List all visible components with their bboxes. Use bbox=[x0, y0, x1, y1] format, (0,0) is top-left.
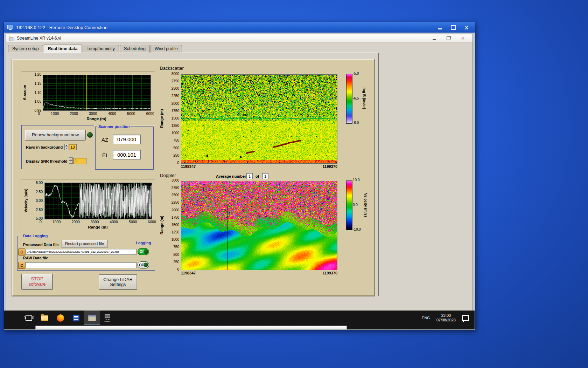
restart-processed-file-button[interactable]: Restart processed file bbox=[62, 240, 107, 248]
app-restore-icon[interactable] bbox=[447, 36, 450, 40]
tab-page-real-time-data: A-scope 1.201.151.101.050.99 01000200030… bbox=[7, 53, 379, 296]
snr-spinner[interactable]: ▲▼ bbox=[69, 157, 73, 164]
az-label: AZ bbox=[102, 137, 108, 143]
doppler-time-end: 1199370 bbox=[323, 271, 337, 275]
tick-label: 1000 bbox=[172, 238, 179, 241]
processed-logging-toggle[interactable]: ON bbox=[138, 248, 149, 255]
tab-scheduling[interactable]: Scheduling bbox=[120, 45, 150, 53]
renew-background-button[interactable]: Renew background now bbox=[25, 130, 86, 141]
backscatter-colorbar-ticks: -5.0-6.5-8.0 bbox=[353, 72, 362, 125]
spin-down-icon[interactable]: ▼ bbox=[64, 147, 68, 150]
tick-label: 0 bbox=[38, 111, 40, 116]
doppler-time-labels: 1198347 1199370 bbox=[181, 271, 337, 275]
tick-label: 2250 bbox=[172, 94, 179, 98]
scan-scheduler-button[interactable]: Scan Sched... bbox=[100, 311, 115, 325]
velocity-x-tick-labels: 0100020003000400050006000 bbox=[40, 220, 156, 224]
tick-label: 500 bbox=[173, 146, 179, 150]
tick-label: 2000 bbox=[172, 209, 179, 212]
tick-label: 5000 bbox=[127, 111, 135, 116]
average-number-field[interactable]: 1 bbox=[246, 173, 253, 179]
tick-label: 2000 bbox=[172, 102, 179, 105]
change-line2: Settings bbox=[110, 282, 126, 287]
raw-logging-toggle[interactable]: OFF bbox=[138, 261, 149, 268]
remote-desktop-icon bbox=[7, 25, 13, 30]
tick-label: -2.50 bbox=[35, 208, 43, 212]
rdp-minimize-button[interactable] bbox=[435, 24, 445, 31]
tab-system-setup[interactable]: System setup bbox=[8, 45, 43, 53]
raw-drive-box[interactable]: C bbox=[18, 262, 25, 269]
rdp-titlebar[interactable]: 192.168.0.122 - Remote Desktop Connectio… bbox=[4, 22, 475, 33]
tick-label: 0 bbox=[177, 161, 179, 165]
tick-label: 3000 bbox=[172, 72, 179, 76]
tab-wind-profile[interactable]: Wind profile bbox=[150, 45, 182, 53]
tick-label: 250 bbox=[173, 154, 179, 157]
tick-label: 3000 bbox=[89, 111, 97, 116]
change-lidar-settings-button[interactable]: Change LiDAR Settings bbox=[99, 274, 137, 290]
close-icon: X bbox=[465, 25, 468, 30]
doppler-colorbar-ticks: 10.00.0-10.0 bbox=[353, 178, 363, 231]
spin-down-icon[interactable]: ▼ bbox=[69, 161, 73, 164]
app-close-icon[interactable]: ✕ bbox=[461, 36, 465, 41]
file-explorer-button[interactable] bbox=[37, 311, 52, 325]
tick-label: 0.00 bbox=[36, 199, 43, 203]
maximize-icon bbox=[451, 25, 456, 30]
task-view-button[interactable] bbox=[21, 311, 37, 325]
tick-label: 6000 bbox=[146, 111, 154, 116]
tick-label: 5000 bbox=[129, 220, 137, 224]
average-of-label: of bbox=[255, 174, 259, 178]
app-titlebar[interactable]: StreamLine XR v14-6.vi ✕ bbox=[6, 34, 472, 42]
tick-label: -8.0 bbox=[353, 121, 359, 125]
raw-path-field[interactable] bbox=[25, 262, 136, 268]
spin-up-icon[interactable]: ▲ bbox=[64, 144, 68, 147]
rays-value-field[interactable]: 10 bbox=[69, 144, 77, 150]
doppler-time-start: 1198347 bbox=[181, 271, 196, 275]
processed-data-file-label: Processed Data file bbox=[23, 243, 59, 247]
tick-label: 1750 bbox=[172, 109, 179, 113]
backscatter-title: Backscatter bbox=[160, 66, 184, 71]
streamline-app-icon bbox=[88, 315, 96, 321]
tick-label: -5.0 bbox=[353, 72, 359, 75]
snr-threshold-label: Display SNR threshold bbox=[26, 159, 68, 163]
backscatter-colorbar bbox=[346, 74, 352, 124]
snr-value-field[interactable]: 1 bbox=[73, 158, 86, 164]
velocity-x-axis-title: Range (m) bbox=[44, 225, 151, 229]
minimize-icon bbox=[438, 28, 442, 29]
rdp-close-button[interactable]: X bbox=[462, 24, 471, 31]
rays-spinner[interactable]: ▲▼ bbox=[64, 144, 68, 150]
app-window: StreamLine XR v14-6.vi ✕ System setupRea… bbox=[6, 34, 473, 311]
action-center-icon[interactable] bbox=[462, 315, 469, 321]
firefox-icon bbox=[57, 314, 64, 322]
streamline-app-button[interactable] bbox=[84, 311, 100, 325]
raw-data-file-label: RAW Data file bbox=[23, 256, 48, 260]
processed-drive-box[interactable]: C bbox=[18, 248, 25, 255]
rdp-maximize-button[interactable] bbox=[448, 24, 458, 31]
toggle-knob-icon bbox=[144, 263, 148, 267]
backscatter-time-labels: 1198347 1199370 bbox=[181, 164, 337, 169]
el-value-field: 000.101 bbox=[113, 150, 141, 159]
tab-real-time-data[interactable]: Real time data bbox=[44, 44, 82, 53]
language-indicator[interactable]: ENG bbox=[422, 316, 430, 320]
tab-strip: System setupReal time dataTemp/humidityS… bbox=[7, 45, 183, 53]
tick-label: 0.0 bbox=[353, 203, 358, 207]
tick-label: 10.0 bbox=[353, 178, 359, 182]
logging-label: Logging bbox=[136, 241, 151, 245]
doppler-y-axis-title: Range (m) bbox=[160, 181, 164, 270]
blue-app-button[interactable] bbox=[68, 311, 84, 325]
app-minimize-icon[interactable] bbox=[433, 39, 436, 40]
tab-temp-humidity[interactable]: Temp/humidity bbox=[83, 45, 119, 53]
tick-label: 750 bbox=[173, 139, 179, 142]
tick-label: 3000 bbox=[172, 179, 179, 182]
taskbar-clock[interactable]: 23:00 07/08/2023 bbox=[436, 313, 456, 322]
ascope-plot-canvas bbox=[43, 75, 151, 111]
tick-label: 1500 bbox=[172, 117, 179, 120]
rays-in-background-label: Rays in background bbox=[26, 145, 63, 149]
az-value-field: 079.000 bbox=[113, 135, 141, 144]
spin-up-icon[interactable]: ▲ bbox=[69, 157, 73, 161]
doppler-colorbar bbox=[346, 180, 352, 230]
tick-label: 750 bbox=[173, 245, 179, 249]
horizontal-scrollbar-thumb[interactable] bbox=[35, 326, 347, 329]
stop-software-button[interactable]: STOP software bbox=[21, 274, 53, 290]
firefox-button[interactable] bbox=[52, 311, 68, 325]
processed-path-field[interactable]: C:\LidarA\Data\Proc\2023\202308\20230807… bbox=[25, 249, 136, 255]
stop-line2: software bbox=[28, 282, 46, 287]
